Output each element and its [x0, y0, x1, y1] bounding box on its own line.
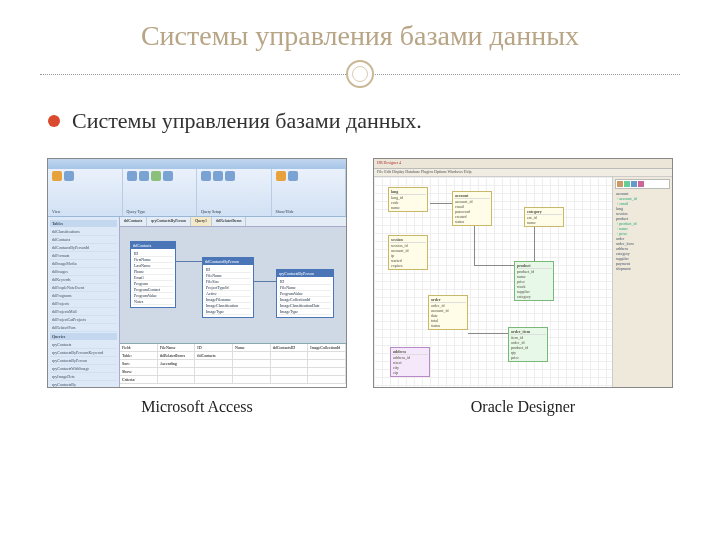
- caption-access: Microsoft Access: [141, 398, 253, 416]
- access-nav-pane: Tables tblClassificationstblContactstblC…: [48, 217, 120, 387]
- divider-circle-icon: [346, 60, 374, 88]
- bullet-text: Системы управления базами данных.: [72, 108, 422, 134]
- access-qbe-grid: Field:FileNameIDNametblContactsIDImageCo…: [120, 343, 346, 387]
- oracle-canvas: accountaccount_idemailpasswordcreatedsta…: [374, 177, 612, 387]
- oracle-side-panel: account+ account_id+ emaillangsessionpro…: [612, 177, 672, 387]
- access-ribbon: View Query Type Query Setup Show/Hide: [48, 169, 346, 217]
- screenshot-access: View Query Type Query Setup Show/Hide Ta…: [47, 158, 347, 388]
- bullet-item: Системы управления базами данных.: [48, 108, 680, 134]
- bullet-dot-icon: [48, 115, 60, 127]
- caption-oracle: Oracle Designer: [471, 398, 575, 416]
- access-query-canvas: tblContactsqryContactsByPersonQuery1tblR…: [120, 217, 346, 387]
- oracle-palette: [615, 179, 670, 189]
- slide-title: Системы управления базами данных: [40, 20, 680, 52]
- oracle-model-tree: account+ account_id+ emaillangsessionpro…: [615, 191, 670, 271]
- screenshot-oracle: DB Designer 4 File Edit Display Database…: [373, 158, 673, 388]
- title-divider: [40, 60, 680, 90]
